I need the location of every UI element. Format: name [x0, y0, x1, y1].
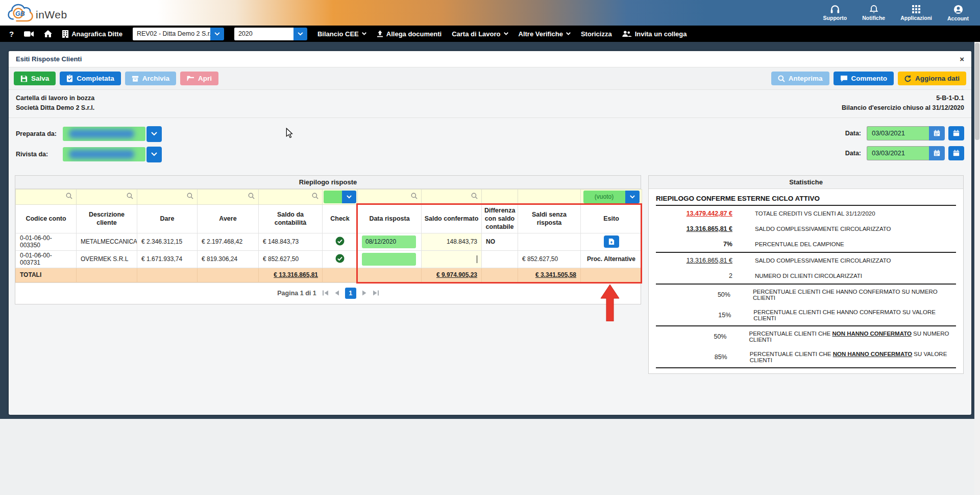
column-header: Check [323, 204, 358, 233]
cell-avere: € 2.197.468,42 [198, 233, 259, 250]
save-button[interactable]: Salva [14, 72, 56, 85]
workspace-background: Esiti Risposte Clienti × Salva Completat… [0, 42, 980, 419]
search-input[interactable] [422, 189, 482, 204]
search-icon [187, 193, 193, 199]
calendar-icon[interactable] [948, 146, 964, 160]
support-button[interactable]: Supporto [823, 5, 847, 21]
rivista-date-input[interactable]: 03/03/2021 [867, 146, 929, 160]
check-filter-select[interactable] [324, 191, 356, 203]
cell-differenza: NO [482, 233, 518, 250]
search-input[interactable] [77, 189, 137, 204]
chevron-down-icon[interactable] [146, 147, 162, 162]
nav-anagrafica-ditte[interactable]: Anagrafica Ditte [62, 30, 122, 38]
preparata-date-input[interactable]: 03/03/2021 [867, 126, 929, 140]
search-input[interactable] [259, 189, 323, 204]
chevron-down-icon[interactable] [146, 126, 162, 142]
stat-label: PERCENTUALE CLIENTI CHE NON HANNO CONFER… [750, 351, 956, 363]
nav-carta-di-lavoro[interactable]: Carta di Lavoro [452, 30, 508, 38]
stat-label: PERCENTUALE DEL CAMPIONE [755, 241, 844, 247]
close-icon[interactable]: × [960, 55, 964, 63]
aggiorna-dati-button[interactable]: Aggiorna dati [898, 72, 966, 85]
page-title: Esiti Risposte Clienti [16, 55, 82, 63]
next-page-button[interactable] [362, 290, 367, 296]
search-icon [248, 193, 255, 199]
applications-button[interactable]: Applicazioni [900, 5, 932, 21]
chevron-down-icon[interactable] [293, 28, 307, 40]
commento-button[interactable]: Commento [834, 72, 894, 85]
archivia-button[interactable]: Archivia [125, 72, 176, 85]
saldo-confermato-input[interactable]: 148.843,73 [422, 233, 482, 250]
nav-invita-collega[interactable]: Invita un collega [622, 30, 687, 38]
chevron-down-icon [362, 32, 366, 35]
comment-icon [840, 75, 848, 82]
cell-avere: € 819.306,24 [198, 250, 259, 268]
company-select[interactable]: REV02 - Ditta Demo 2 S.r.l. [133, 28, 224, 40]
last-page-button[interactable] [373, 290, 379, 296]
account-button[interactable]: Account [947, 5, 969, 21]
rivista-da-select[interactable] [63, 147, 145, 161]
archive-box-icon [132, 75, 139, 82]
top-bar: GB inWeb Supporto Notifiche Applicazioni… [0, 0, 980, 26]
first-page-button[interactable] [323, 290, 328, 296]
notifications-button[interactable]: Notifiche [862, 5, 885, 21]
search-icon [127, 193, 133, 199]
search-input[interactable] [358, 189, 422, 204]
chevron-down-icon[interactable] [210, 28, 224, 40]
cell-saldo: € 148.843,73 [259, 233, 323, 250]
grid-icon [912, 5, 921, 14]
preparata-da-select[interactable] [63, 127, 145, 141]
totals-cell [482, 268, 518, 282]
prev-page-button[interactable] [334, 290, 339, 296]
search-input[interactable] [16, 189, 77, 204]
calendar-icon[interactable] [948, 126, 964, 140]
home-icon [44, 30, 52, 37]
scrollbar-thumb[interactable] [975, 43, 979, 140]
year-select-value: 2020 [234, 28, 293, 40]
stat-row: 85% PERCENTUALE CLIENTI CHE NON HANNO CO… [656, 347, 956, 368]
data-risposta-input[interactable]: 08/12/2020 [362, 235, 416, 248]
folder-open-icon [187, 75, 194, 82]
column-header: Avere [198, 204, 259, 233]
stat-label: NUMERO DI CLIENTI CIRCOLARIZZATI [755, 273, 862, 279]
rivista-da-label: Rivista da: [16, 151, 63, 158]
calendar-icon[interactable] [929, 126, 945, 140]
completata-button[interactable]: Completata [60, 72, 121, 85]
stat-label: SALDO COMPLESSIVAMENTE CIRCOLARIZZATO [755, 226, 891, 232]
cell-differenza [482, 250, 518, 268]
refresh-icon [904, 75, 912, 82]
company-name: Società Ditta Demo 2 S.r.l. [16, 103, 94, 113]
chevron-down-icon[interactable] [342, 191, 356, 203]
panel-toolbar: Salva Completata Archivia Apri Anteprima [9, 67, 971, 90]
data-risposta-input[interactable] [362, 253, 416, 266]
window-scrollbar[interactable] [974, 42, 980, 495]
nav-allega-documenti[interactable]: Allega documenti [377, 30, 442, 38]
bell-icon [869, 5, 878, 14]
video-button[interactable] [24, 31, 34, 37]
saldo-confermato-input[interactable] [422, 250, 482, 268]
nav-storicizza[interactable]: Storicizza [581, 30, 612, 38]
apri-button[interactable]: Apri [180, 72, 218, 85]
esito-filter: (vuoto) [581, 189, 642, 204]
esito-filter-select[interactable]: (vuoto) [583, 191, 640, 203]
column-header: Codice conto [16, 204, 77, 233]
statistics-panel: Statistiche RIEPILOGO CONFERME ESTERNE C… [648, 175, 964, 374]
home-button[interactable] [44, 30, 52, 37]
nav-bilancio-cee[interactable]: Bilancio CEE [317, 30, 366, 38]
video-camera-icon [24, 31, 34, 37]
nav-altre-verifiche[interactable]: Altre Verifiche [519, 30, 571, 38]
search-input[interactable] [137, 189, 198, 204]
year-select[interactable]: 2020 [234, 28, 307, 40]
workpaper-code: 5-B-1-D.1 [842, 93, 964, 103]
page-number[interactable]: 1 [345, 288, 356, 299]
anteprima-button[interactable]: Anteprima [771, 72, 829, 85]
statistics-section-header: RIEPILOGO CONFERME ESTERNE CICLO ATTIVO [656, 191, 956, 206]
stat-value: 7% [656, 241, 732, 248]
fiscal-year-closing: Bilancio d'esercizio chiuso al 31/12/202… [842, 103, 964, 113]
esito-document-button[interactable] [604, 235, 619, 248]
help-button[interactable]: ? [9, 30, 14, 38]
panel-title-bar: Esiti Risposte Clienti × [9, 51, 971, 67]
calendar-icon[interactable] [929, 146, 945, 160]
header-row: Codice conto Descrizione cliente Dare Av… [16, 204, 642, 233]
search-input[interactable] [198, 189, 259, 204]
chevron-down-icon[interactable] [625, 191, 640, 203]
